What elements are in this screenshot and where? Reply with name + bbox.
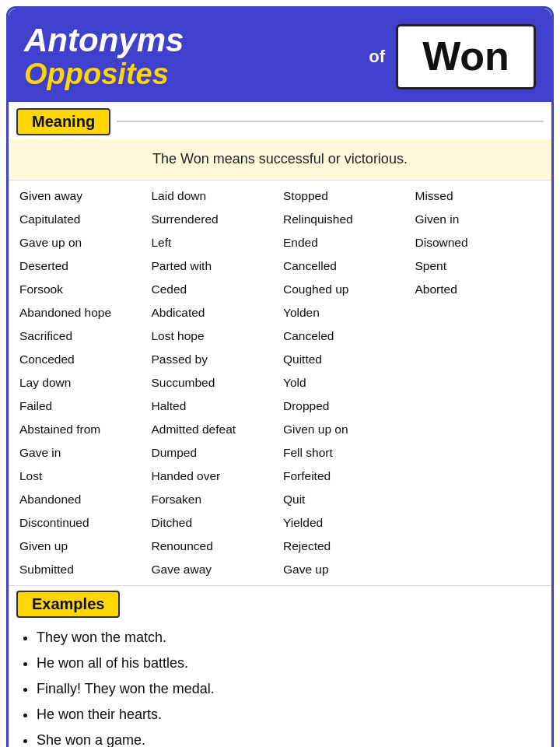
word-cell: Coughed up: [280, 279, 412, 300]
word-cell: Fell short: [280, 442, 412, 464]
word-cell: Given in: [412, 209, 544, 230]
word-cell: [412, 372, 544, 394]
word-cell: [412, 489, 544, 510]
word-cell: Ceded: [149, 279, 281, 300]
word-cell: Spent: [412, 255, 544, 277]
header-left: Antonyms Opposites: [24, 23, 358, 91]
header-title-antonyms: Antonyms: [24, 23, 358, 58]
word-cell: Surrendered: [149, 209, 281, 230]
meaning-divider: [117, 121, 544, 122]
header-of: of: [369, 47, 385, 67]
word-cell: [412, 302, 544, 324]
word-cell: Forfeited: [280, 465, 412, 487]
word-cell: Renounced: [149, 535, 281, 557]
meaning-content: The Won means successful or victorious.: [9, 139, 551, 181]
word-cell: Missed: [412, 185, 544, 207]
word-cell: Deserted: [16, 255, 149, 277]
word-cell: Lost: [16, 465, 149, 487]
header: Antonyms Opposites of Won: [9, 9, 551, 102]
word-cell: [412, 395, 544, 417]
examples-label: Examples: [16, 591, 120, 618]
word-cell: [412, 535, 544, 557]
word-cell: Given away: [16, 185, 149, 207]
word-cell: Halted: [149, 395, 281, 417]
word-cell: Gave away: [149, 559, 281, 580]
word-cell: Forsook: [16, 279, 149, 300]
meaning-label-row: Meaning: [9, 102, 551, 139]
word-cell: Abdicated: [149, 302, 281, 324]
word-cell: Gave up: [280, 559, 412, 580]
word-cell: Dropped: [280, 395, 412, 417]
word-cell: Canceled: [280, 325, 412, 347]
example-item: They won the match.: [37, 627, 539, 648]
word-cell: Given up: [16, 535, 149, 557]
word-cell: Relinquished: [280, 209, 412, 230]
word-cell: [412, 465, 544, 487]
word-cell: Abandoned hope: [16, 302, 149, 324]
word-cell: Handed over: [149, 465, 281, 487]
header-title-opposites: Opposites: [24, 58, 358, 91]
word-cell: [412, 442, 544, 464]
word-cell: Aborted: [412, 279, 544, 300]
header-word: Won: [396, 24, 536, 89]
word-cell: Yielded: [280, 512, 412, 534]
word-cell: [412, 419, 544, 440]
word-cell: Gave in: [16, 442, 149, 464]
word-cell: Rejected: [280, 535, 412, 557]
word-cell: Ditched: [149, 512, 281, 534]
word-cell: Yolden: [280, 302, 412, 324]
word-cell: Submitted: [16, 559, 149, 580]
words-grid: Given awayLaid downStoppedMissedCapitula…: [16, 185, 544, 580]
example-item: He won all of his battles.: [37, 653, 539, 674]
word-cell: Discontinued: [16, 512, 149, 534]
meaning-label: Meaning: [16, 108, 110, 135]
word-cell: Given up on: [280, 419, 412, 440]
word-cell: Ended: [280, 232, 412, 254]
word-cell: [412, 349, 544, 370]
examples-label-row: Examples: [9, 586, 551, 621]
word-cell: [412, 512, 544, 534]
word-cell: Forsaken: [149, 489, 281, 510]
word-cell: Gave up on: [16, 232, 149, 254]
example-item: She won a game.: [37, 730, 539, 747]
word-cell: Parted with: [149, 255, 281, 277]
words-section: Given awayLaid downStoppedMissedCapitula…: [9, 181, 551, 586]
example-item: He won their hearts.: [37, 704, 539, 725]
example-item: Finally! They won the medal.: [37, 679, 539, 700]
examples-list: They won the match.He won all of his bat…: [9, 621, 551, 747]
word-cell: [412, 325, 544, 347]
word-cell: Yold: [280, 372, 412, 394]
word-cell: Failed: [16, 395, 149, 417]
word-cell: Passed by: [149, 349, 281, 370]
word-cell: Succumbed: [149, 372, 281, 394]
word-cell: Capitulated: [16, 209, 149, 230]
word-cell: Cancelled: [280, 255, 412, 277]
word-cell: [412, 559, 544, 580]
word-cell: Stopped: [280, 185, 412, 207]
word-cell: Abstained from: [16, 419, 149, 440]
meaning-text: The Won means successful or victorious.: [152, 151, 408, 167]
word-cell: Abandoned: [16, 489, 149, 510]
word-cell: Disowned: [412, 232, 544, 254]
word-cell: Conceded: [16, 349, 149, 370]
word-cell: Quitted: [280, 349, 412, 370]
word-cell: Quit: [280, 489, 412, 510]
word-cell: Lost hope: [149, 325, 281, 347]
word-cell: Dumped: [149, 442, 281, 464]
word-cell: Laid down: [149, 185, 281, 207]
word-cell: Admitted defeat: [149, 419, 281, 440]
word-cell: Sacrificed: [16, 325, 149, 347]
word-cell: Left: [149, 232, 281, 254]
word-cell: Lay down: [16, 372, 149, 394]
